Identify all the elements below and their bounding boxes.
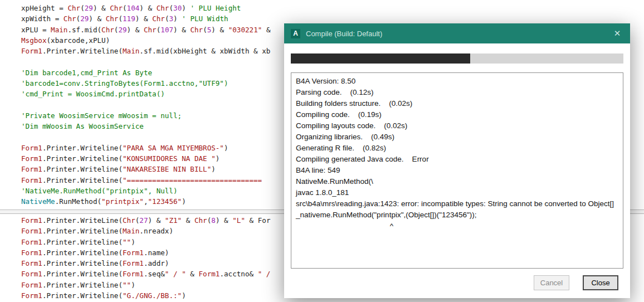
log-line: _nativeme.RunMethod("printpix",(Object[]…: [296, 210, 618, 221]
log-line: Organizing libraries. (0.49s): [296, 131, 618, 143]
log-line: src\b4a\mrs\reading.java:1423: error: in…: [296, 198, 618, 210]
b4a-logo-icon: A: [291, 29, 300, 38]
close-button[interactable]: Close: [583, 275, 618, 290]
log-line: B4A Version: 8.50: [296, 76, 618, 87]
close-icon[interactable]: ✕: [611, 28, 623, 38]
log-line: Generating R file. (0.82s): [296, 143, 618, 154]
log-line: B4A line: 549: [296, 165, 618, 176]
dialog-button-row: Cancel Close: [284, 275, 618, 290]
cancel-button[interactable]: Cancel: [534, 275, 569, 290]
dialog-titlebar[interactable]: A Compile (Build: Default) ✕: [284, 23, 630, 43]
compile-log[interactable]: B4A Version: 8.50Parsing code. (0.12s)Bu…: [291, 72, 623, 269]
log-line: ^: [296, 221, 618, 232]
compile-dialog: A Compile (Build: Default) ✕ B4A Version…: [284, 23, 630, 298]
log-line: Building folders structure. (0.02s): [296, 98, 618, 109]
log-line: Compiling generated Java code. Error: [296, 154, 618, 165]
code-line: xpWidth = Chr(29) & Chr(119) & Chr(3) ' …: [21, 13, 644, 24]
compile-progress-bar: [291, 53, 623, 64]
log-line: javac 1.8.0_181: [296, 187, 618, 198]
log-line: Compiling layouts code. (0.02s): [296, 120, 618, 131]
log-line: NativeMe.RunMethod(\: [296, 176, 618, 187]
log-line: Compiling code. (0.19s): [296, 109, 618, 120]
log-line: Parsing code. (0.12s): [296, 87, 618, 98]
code-line: xpHeight = Chr(29) & Chr(104) & Chr(30) …: [21, 3, 644, 13]
compile-progress-fill: [291, 53, 470, 64]
dialog-title: Compile (Build: Default): [306, 30, 611, 38]
